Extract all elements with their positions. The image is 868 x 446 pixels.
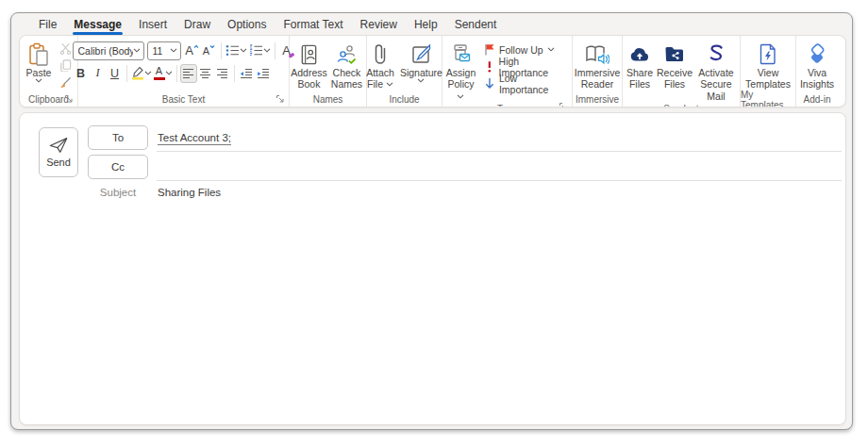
clipboard-group-label: Clipboard [28, 94, 69, 105]
clear-formatting-button[interactable]: A [278, 41, 295, 60]
receive-files-folder-icon [663, 41, 686, 67]
basic-text-group: Calibri (Body 11 A A [78, 36, 290, 107]
bold-button[interactable]: B [73, 64, 90, 83]
attach-file-button[interactable]: Attach File [363, 40, 397, 92]
viva-insights-button[interactable]: Viva Insights [797, 40, 837, 92]
menu-sendent[interactable]: Sendent [446, 15, 506, 34]
to-button[interactable]: To [88, 125, 148, 150]
signature-icon [409, 41, 433, 67]
menu-review[interactable]: Review [352, 15, 406, 34]
send-button[interactable]: Send [39, 127, 78, 177]
font-size-combobox[interactable]: 11 [147, 41, 181, 60]
text-highlight-button[interactable] [130, 64, 153, 83]
align-right-icon [216, 68, 228, 79]
low-importance-button[interactable]: Low Importance [481, 75, 572, 91]
viva-insights-icon [805, 41, 829, 67]
share-files-button[interactable]: Share Files [623, 40, 657, 92]
check-names-button[interactable]: Check Names [328, 40, 366, 92]
numbering-button[interactable] [248, 41, 272, 60]
menu-file[interactable]: File [30, 15, 65, 34]
menu-draw[interactable]: Draw [175, 15, 219, 34]
down-arrow-icon [484, 77, 495, 90]
menu-options[interactable]: Options [219, 15, 275, 34]
align-center-button[interactable] [197, 64, 214, 83]
grow-font-button[interactable]: A [184, 41, 201, 60]
paintbrush-icon [59, 76, 72, 89]
follow-up-label: Follow Up [499, 44, 543, 56]
address-book-button[interactable]: Address Book [291, 40, 328, 92]
chevron-down-icon [547, 47, 555, 52]
activate-secure-mail-button[interactable]: Activate Secure Mail [693, 40, 740, 104]
share-files-label: Share Files [626, 67, 654, 91]
view-templates-label: View Templates [745, 67, 791, 91]
basic-text-group-label: Basic Text [162, 94, 205, 105]
view-templates-icon [758, 41, 778, 67]
recipient-chip[interactable]: Test Account 3; [158, 132, 231, 143]
immersive-group-label: Immersive [576, 94, 619, 105]
activate-secure-mail-label: Activate Secure Mail [695, 67, 737, 102]
align-left-button[interactable] [180, 64, 197, 83]
immersive-reader-label: Immersive Reader [575, 67, 620, 91]
font-color-button[interactable]: A [153, 64, 174, 83]
menu-message[interactable]: Message [65, 15, 130, 34]
check-names-icon [336, 41, 359, 67]
send-label: Send [46, 157, 71, 168]
chevron-down-icon [457, 94, 464, 99]
exclamation-icon [484, 60, 495, 73]
font-color-icon: A [154, 66, 165, 80]
tags-dialog-launcher-icon[interactable] [559, 102, 568, 107]
increase-indent-button[interactable] [255, 64, 272, 83]
addin-group: Viva Insights Add-in [796, 36, 838, 107]
subject-field[interactable]: Sharing Files [158, 187, 221, 198]
chevron-down-icon [144, 71, 152, 75]
assign-policy-icon [449, 41, 472, 67]
increase-indent-icon [257, 68, 270, 79]
menu-insert[interactable]: Insert [130, 15, 175, 34]
paste-clipboard-icon [27, 41, 50, 67]
names-group: Address Book Check Names [290, 36, 367, 107]
align-right-button[interactable] [214, 64, 231, 83]
chevron-down-icon [240, 48, 247, 53]
chevron-down-icon [35, 78, 42, 83]
check-names-label: Check Names [331, 67, 363, 91]
copy-icon [59, 59, 72, 72]
compose-panel: Send To Cc Test Account 3; Subject Shari… [19, 112, 846, 425]
message-body-area[interactable] [29, 207, 836, 415]
bold-icon: B [76, 67, 85, 80]
underline-button[interactable]: U [107, 64, 124, 83]
decrease-indent-button[interactable] [238, 64, 255, 83]
italic-icon: I [95, 66, 99, 80]
paste-button[interactable]: Paste [24, 40, 55, 85]
font-size-value: 11 [153, 45, 170, 57]
clipboard-dialog-launcher-icon[interactable] [64, 94, 74, 104]
bulleted-list-icon [225, 44, 240, 57]
chevron-down-icon [133, 48, 141, 53]
sendent-group-label: Sendent [663, 104, 698, 107]
chevron-down-icon [165, 71, 173, 75]
share-files-cloud-icon [627, 41, 652, 67]
immersive-reader-button[interactable]: Immersive Reader [574, 40, 621, 92]
menu-help[interactable]: Help [406, 15, 446, 34]
names-group-label: Names [313, 94, 343, 105]
assign-policy-label: Assign Policy [445, 67, 476, 102]
view-templates-button[interactable]: View Templates [743, 40, 793, 92]
shrink-font-button[interactable]: A [201, 41, 218, 60]
basic-text-dialog-launcher-icon[interactable] [275, 94, 285, 104]
chevron-down-icon [263, 48, 271, 53]
scissors-icon [59, 42, 72, 55]
assign-policy-button[interactable]: Assign Policy [442, 40, 479, 104]
send-plane-icon [48, 137, 69, 154]
low-importance-label: Low Importance [499, 73, 569, 95]
align-center-icon [199, 68, 211, 79]
decrease-indent-icon [240, 68, 253, 79]
menu-format-text[interactable]: Format Text [275, 15, 351, 34]
font-name-combobox[interactable]: Calibri (Body [73, 41, 144, 60]
signature-button[interactable]: Signature [397, 40, 445, 85]
align-left-icon [182, 68, 194, 79]
italic-button[interactable]: I [90, 64, 107, 83]
my-templates-group: View Templates My Templates [741, 36, 796, 107]
receive-files-button[interactable]: Receive Files [657, 40, 693, 92]
highlighter-icon [131, 66, 144, 80]
bullets-button[interactable] [225, 41, 248, 60]
cc-button[interactable]: Cc [88, 155, 148, 179]
